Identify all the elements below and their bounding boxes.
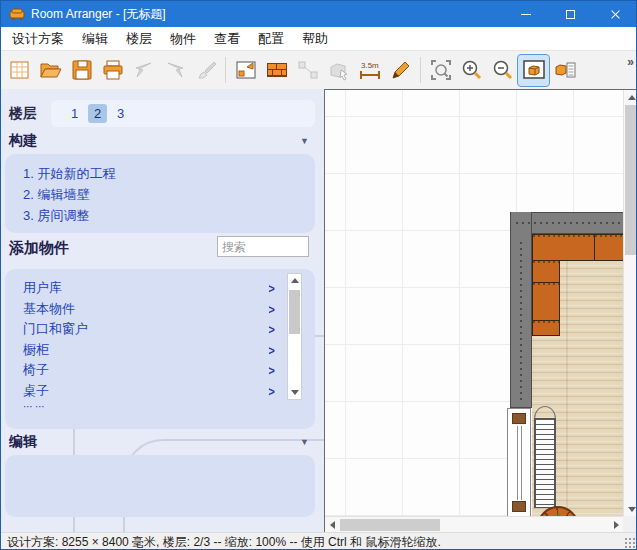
menu-design[interactable]: 设计方案 bbox=[3, 27, 73, 51]
title-bar: Room Arranger - [无标题] bbox=[1, 1, 637, 27]
status-bar: 设计方案: 8255 × 8400 毫米, 楼层: 2/3 -- 缩放: 100… bbox=[1, 532, 637, 550]
library-item-tables[interactable]: 桌子 > bbox=[23, 381, 275, 402]
floor-tab-2[interactable]: 2 bbox=[88, 104, 107, 123]
undo-button[interactable] bbox=[128, 55, 159, 86]
collapse-arrow-icon[interactable]: ▼ bbox=[300, 437, 315, 447]
open-button[interactable] bbox=[35, 55, 66, 86]
window-object[interactable] bbox=[507, 408, 531, 517]
wall-hatch bbox=[520, 240, 522, 400]
build-step-new-project[interactable]: 1. 开始新的工程 bbox=[23, 163, 315, 184]
menu-objects[interactable]: 物件 bbox=[161, 27, 205, 51]
scroll-down-icon bbox=[628, 507, 636, 512]
object-list-icon bbox=[553, 58, 577, 82]
search-input[interactable] bbox=[217, 236, 309, 257]
draw-button[interactable] bbox=[385, 55, 416, 86]
floor-tab-1[interactable]: 1 bbox=[65, 104, 84, 123]
measure-button[interactable]: 3.5m bbox=[354, 55, 385, 86]
object-list-button[interactable] bbox=[549, 55, 580, 86]
scroll-up-button[interactable] bbox=[624, 90, 637, 105]
scroll-up-icon[interactable] bbox=[291, 278, 299, 283]
cabinet-left-1[interactable] bbox=[532, 260, 560, 283]
chevron-right-icon: > bbox=[269, 281, 275, 295]
library-item-chairs[interactable]: 椅子 > bbox=[23, 360, 275, 381]
close-button[interactable] bbox=[593, 1, 637, 27]
edit-title: 编辑 bbox=[9, 433, 37, 451]
floor-plan-canvas[interactable] bbox=[325, 90, 624, 517]
cabinet-left-2[interactable] bbox=[532, 282, 560, 321]
view-3d-button[interactable] bbox=[518, 55, 549, 86]
scroll-left-icon bbox=[330, 521, 335, 529]
scroll-right-button[interactable] bbox=[609, 517, 624, 532]
walls-button[interactable] bbox=[261, 55, 292, 86]
zoom-in-button[interactable] bbox=[456, 55, 487, 86]
resize-grip[interactable] bbox=[624, 537, 636, 549]
save-button[interactable] bbox=[66, 55, 97, 86]
chevron-right-icon: > bbox=[269, 363, 275, 377]
toolbar-separator bbox=[420, 57, 421, 83]
box-cursor-icon bbox=[327, 58, 351, 82]
library-scrollbar[interactable] bbox=[287, 273, 302, 400]
scroll-down-icon[interactable] bbox=[291, 390, 299, 395]
print-button[interactable] bbox=[97, 55, 128, 86]
maximize-button[interactable] bbox=[548, 1, 593, 27]
menu-floors[interactable]: 楼层 bbox=[117, 27, 161, 51]
sidebar: 楼层 1 2 3 构建 ▼ 1. 开始新的工程 2. 编辑墙壁 3. 房间调整 … bbox=[1, 89, 324, 532]
select-objects-button[interactable] bbox=[323, 55, 354, 86]
collapse-arrow-icon[interactable]: ▼ bbox=[300, 136, 315, 146]
zoom-out-icon bbox=[491, 58, 515, 82]
format-brush-button[interactable] bbox=[190, 55, 221, 86]
menu-view[interactable]: 查看 bbox=[205, 27, 249, 51]
open-folder-icon bbox=[39, 58, 63, 82]
chevron-right-icon: > bbox=[269, 322, 275, 336]
new-plan-button[interactable] bbox=[4, 55, 35, 86]
zoom-out-button[interactable] bbox=[487, 55, 518, 86]
minimize-button[interactable] bbox=[503, 1, 548, 27]
toolbar-overflow-button[interactable]: » bbox=[627, 51, 634, 69]
menu-edit[interactable]: 编辑 bbox=[73, 27, 117, 51]
chevron-right-icon: > bbox=[269, 302, 275, 316]
add-objects-title: 添加物件 bbox=[9, 239, 69, 258]
room-plan-icon bbox=[234, 58, 258, 82]
canvas-area bbox=[324, 89, 637, 532]
view-3d-icon bbox=[522, 58, 546, 82]
scroll-down-button[interactable] bbox=[624, 502, 637, 517]
minimize-icon bbox=[521, 14, 531, 15]
vertical-scrollbar-thumb[interactable] bbox=[625, 105, 637, 255]
floor-tab-3[interactable]: 3 bbox=[111, 104, 130, 123]
add-objects-box: 用户库 > 基本物件 > 门口和窗户 > 橱柜 > 椅子 > bbox=[5, 269, 315, 429]
nodes-button[interactable] bbox=[292, 55, 323, 86]
maximize-icon bbox=[566, 10, 575, 19]
canvas-horizontal-scrollbar[interactable] bbox=[325, 516, 624, 532]
menu-help[interactable]: 帮助 bbox=[293, 27, 337, 51]
library-item-doors-windows[interactable]: 门口和窗户 > bbox=[23, 319, 275, 340]
horizontal-scrollbar-thumb[interactable] bbox=[340, 519, 440, 531]
window-jamb bbox=[512, 501, 526, 512]
library-item-basic[interactable]: 基本物件 > bbox=[23, 299, 275, 320]
edit-rooms-button[interactable] bbox=[230, 55, 261, 86]
brush-icon bbox=[194, 58, 218, 82]
ladder-object[interactable] bbox=[534, 418, 556, 508]
floors-row: 楼层 1 2 3 bbox=[9, 100, 315, 127]
toolbar: 3.5m » bbox=[1, 51, 637, 89]
build-step-adjust-rooms[interactable]: 3. 房间调整 bbox=[23, 205, 315, 226]
add-objects-header: 添加物件 bbox=[9, 239, 315, 258]
redo-button[interactable] bbox=[159, 55, 190, 86]
zoom-fit-button[interactable] bbox=[425, 55, 456, 86]
close-icon bbox=[610, 9, 621, 20]
library-item-cabinets[interactable]: 橱柜 > bbox=[23, 340, 275, 361]
cabinet-left-3[interactable] bbox=[532, 320, 560, 336]
library-item-clipped: ⋯⋯ bbox=[23, 401, 275, 408]
scroll-left-button[interactable] bbox=[325, 517, 340, 532]
cabinet-top-2[interactable] bbox=[594, 234, 624, 261]
menu-settings[interactable]: 配置 bbox=[249, 27, 293, 51]
library-scrollbar-thumb[interactable] bbox=[289, 290, 300, 334]
cabinet-top-1[interactable] bbox=[532, 234, 595, 261]
edit-section-header[interactable]: 编辑 ▼ bbox=[9, 433, 315, 451]
new-plan-icon bbox=[8, 58, 32, 82]
window-jamb bbox=[512, 413, 526, 424]
canvas-vertical-scrollbar[interactable] bbox=[623, 90, 637, 517]
build-section-header[interactable]: 构建 ▼ bbox=[9, 132, 315, 150]
brick-wall-icon bbox=[265, 58, 289, 82]
library-item-user[interactable]: 用户库 > bbox=[23, 278, 275, 299]
build-step-edit-walls[interactable]: 2. 编辑墙壁 bbox=[23, 184, 315, 205]
